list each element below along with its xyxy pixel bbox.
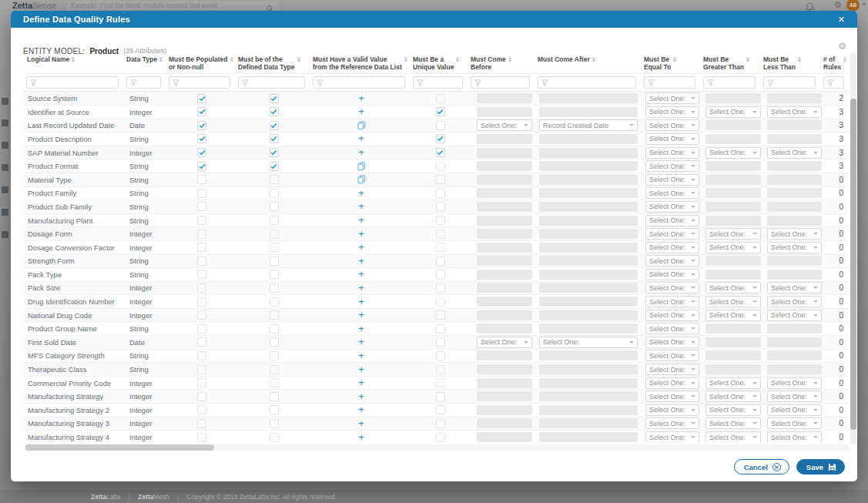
must-be-less-than-select[interactable]: Select One: (767, 242, 822, 253)
add-reference-icon[interactable]: + (358, 202, 364, 211)
sort-icon[interactable] (508, 57, 511, 71)
unique-checkbox[interactable] (436, 378, 445, 387)
horizontal-scrollbar-thumb[interactable] (25, 444, 214, 451)
filter-input-must-come-before[interactable] (471, 76, 530, 89)
add-reference-icon[interactable]: + (358, 324, 364, 334)
must-be-equal-to-select[interactable]: Select One: (645, 310, 699, 321)
add-reference-icon[interactable]: + (358, 419, 364, 428)
sort-icon[interactable] (72, 57, 75, 63)
populated-checkbox[interactable] (197, 351, 206, 360)
add-reference-icon[interactable]: + (358, 392, 364, 401)
must-be-equal-to-select[interactable]: Select One: (645, 296, 699, 307)
add-reference-icon[interactable]: + (358, 94, 364, 103)
horizontal-scrollbar[interactable] (23, 444, 850, 451)
sort-icon[interactable] (159, 57, 163, 63)
populated-checkbox[interactable] (197, 392, 206, 401)
col-header-must-come-after[interactable]: Must Come After (536, 54, 642, 63)
add-reference-icon[interactable]: + (358, 337, 364, 347)
add-reference-icon[interactable]: + (358, 433, 364, 442)
must-come-after-select[interactable]: Select One: (539, 337, 638, 348)
add-reference-icon[interactable]: + (358, 365, 364, 374)
populated-checkbox[interactable] (197, 107, 206, 116)
populated-checkbox[interactable] (197, 297, 206, 307)
must-be-equal-to-select[interactable]: Select One: (645, 228, 699, 240)
populated-checkbox[interactable] (197, 148, 206, 157)
must-be-equal-to-select[interactable]: Select One: (645, 255, 699, 267)
sort-icon[interactable] (230, 57, 233, 71)
vertical-scrollbar[interactable] (850, 52, 856, 444)
col-header-must-come-before[interactable]: Must Come Before (469, 54, 536, 71)
defined-type-checkbox[interactable] (270, 94, 279, 103)
add-reference-icon[interactable]: + (358, 351, 364, 360)
defined-type-checkbox[interactable] (270, 365, 279, 374)
defined-type-checkbox[interactable] (270, 283, 279, 293)
filter-input-logical-name[interactable] (26, 76, 119, 89)
defined-type-checkbox[interactable] (270, 419, 279, 428)
filter-input-num-rules[interactable] (823, 76, 844, 89)
defined-type-checkbox[interactable] (270, 162, 279, 171)
populated-checkbox[interactable] (197, 202, 206, 211)
must-be-greater-than-select[interactable]: Select One: (705, 431, 761, 442)
unique-checkbox[interactable] (436, 433, 445, 442)
table-settings-gear-icon[interactable]: ⚙ (838, 42, 846, 51)
must-be-greater-than-select[interactable]: Select One: (705, 147, 761, 159)
populated-checkbox[interactable] (197, 216, 206, 225)
chevron-down-icon[interactable] (862, 3, 866, 6)
must-be-greater-than-select[interactable]: Select One: (705, 242, 761, 253)
defined-type-checkbox[interactable] (270, 270, 279, 279)
add-reference-icon[interactable]: + (358, 189, 364, 198)
populated-checkbox[interactable] (197, 121, 206, 130)
defined-type-checkbox[interactable] (270, 392, 279, 401)
unique-checkbox[interactable] (436, 283, 445, 293)
unique-checkbox[interactable] (436, 392, 445, 401)
defined-type-checkbox[interactable] (270, 148, 279, 157)
populated-checkbox[interactable] (197, 433, 206, 442)
col-header-unique-value[interactable]: Must Be a Unique Value (411, 54, 469, 71)
must-be-greater-than-select[interactable]: Select One: (705, 404, 761, 416)
populated-checkbox[interactable] (197, 162, 206, 171)
must-be-equal-to-select[interactable]: Select One: (645, 337, 699, 348)
must-be-greater-than-select[interactable]: Select One: (705, 228, 761, 240)
must-be-less-than-select[interactable]: Select One: (767, 147, 822, 159)
unique-checkbox[interactable] (436, 162, 445, 171)
sort-icon[interactable] (592, 57, 595, 63)
must-be-equal-to-select[interactable]: Select One: (645, 242, 699, 253)
unique-checkbox[interactable] (436, 216, 445, 225)
must-be-greater-than-select[interactable]: Select One: (705, 282, 761, 293)
must-be-equal-to-select[interactable]: Select One: (645, 391, 699, 402)
populated-checkbox[interactable] (197, 405, 206, 414)
col-header-must-be-populated[interactable]: Must Be Populated or Non-null (167, 54, 236, 71)
add-reference-icon[interactable]: + (358, 107, 364, 116)
populated-checkbox[interactable] (197, 365, 206, 374)
must-be-less-than-select[interactable]: Select One: (767, 296, 822, 307)
populated-checkbox[interactable] (197, 310, 206, 320)
must-be-equal-to-select[interactable]: Select One: (645, 269, 699, 280)
must-be-equal-to-select[interactable]: Select One: (645, 377, 699, 389)
must-be-less-than-select[interactable]: Select One: (767, 228, 822, 240)
unique-checkbox[interactable] (436, 121, 445, 130)
must-come-before-select[interactable]: Select One: (477, 337, 532, 348)
sort-icon[interactable] (798, 57, 801, 71)
defined-type-checkbox[interactable] (270, 310, 279, 320)
must-be-less-than-select[interactable]: Select One: (767, 391, 822, 402)
footer-brand-zettalabs[interactable]: ZettaLabs (91, 493, 121, 501)
must-be-equal-to-select[interactable]: Select One: (645, 364, 699, 375)
defined-type-checkbox[interactable] (270, 189, 279, 198)
must-be-less-than-select[interactable]: Select One: (767, 431, 822, 442)
sort-icon[interactable] (456, 57, 459, 71)
must-be-equal-to-select[interactable]: Select One: (645, 323, 699, 334)
must-be-greater-than-select[interactable]: Select One: (705, 417, 761, 429)
defined-type-checkbox[interactable] (270, 324, 279, 334)
must-be-greater-than-select[interactable]: Select One: (705, 377, 761, 389)
filter-input-must-be-populated[interactable] (169, 76, 230, 89)
populated-checkbox[interactable] (197, 378, 206, 387)
col-header-must-be-greater-than[interactable]: Must Be Greater Than (702, 54, 762, 71)
must-be-equal-to-select[interactable]: Select One: (645, 215, 699, 226)
unique-checkbox[interactable] (436, 243, 445, 252)
sort-icon[interactable] (673, 57, 676, 71)
must-be-equal-to-select[interactable]: Select One: (645, 201, 699, 213)
defined-type-checkbox[interactable] (270, 230, 279, 239)
col-header-data-type[interactable]: Data Type (125, 54, 167, 63)
unique-checkbox[interactable] (436, 405, 445, 414)
defined-type-checkbox[interactable] (270, 378, 279, 387)
